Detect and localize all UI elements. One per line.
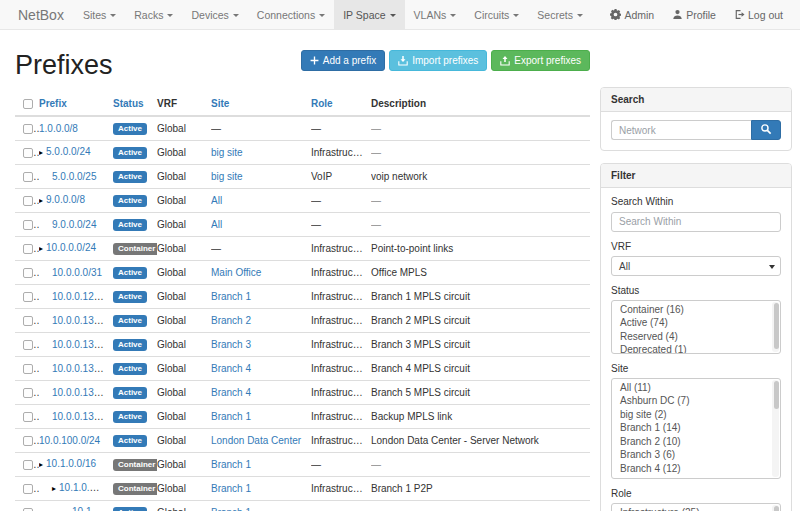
sidebar: Search Filter Search WithinVRFAllStatusC… xyxy=(600,42,792,511)
site-link[interactable]: big site xyxy=(211,147,243,158)
site-link[interactable]: Branch 2 xyxy=(211,315,251,326)
listbox-option[interactable]: Branch 2 (10) xyxy=(612,435,780,449)
status-badge: Active xyxy=(113,315,147,327)
row-checkbox[interactable] xyxy=(23,316,33,326)
prefix-link[interactable]: 9.0.0.0/8 xyxy=(46,194,85,205)
prefix-link[interactable]: 10.0.0.138/31 xyxy=(52,411,113,422)
prefix-link[interactable]: 10.1.0.0/16 xyxy=(46,458,96,469)
filter-input-search-within[interactable] xyxy=(611,212,781,232)
row-checkbox[interactable] xyxy=(23,244,33,254)
nav-item-sites[interactable]: Sites xyxy=(74,0,125,29)
prefix-link[interactable]: 5.0.0.0/24 xyxy=(46,146,90,157)
row-checkbox[interactable] xyxy=(23,172,33,182)
nav-item-racks[interactable]: Racks xyxy=(125,0,182,29)
tree-indent xyxy=(39,371,52,372)
prefix-link[interactable]: 1.0.0.0/8 xyxy=(39,123,78,134)
row-checkbox[interactable] xyxy=(23,460,33,470)
brand-netbox[interactable]: NetBox xyxy=(8,0,74,29)
scrollbar-thumb[interactable] xyxy=(774,506,779,511)
nav-item-label: Circuits xyxy=(474,9,509,21)
role-cell: Infrastructure xyxy=(311,309,371,333)
sort-link-role[interactable]: Role xyxy=(311,98,333,109)
site-link[interactable]: big site xyxy=(211,171,243,182)
listbox-option[interactable]: Branch 1 (14) xyxy=(612,421,780,435)
prefix-link[interactable]: 10.0.0.0/31 xyxy=(52,267,102,278)
row-checkbox[interactable] xyxy=(23,484,33,494)
search-input[interactable] xyxy=(611,120,751,140)
sort-link-prefix[interactable]: Prefix xyxy=(39,98,67,109)
scrollbar-thumb[interactable] xyxy=(774,303,779,349)
nav-item-ip-space[interactable]: IP Space xyxy=(334,0,404,29)
table-row: 10.0.0.136/31ActiveGlobalBranch 4Infrast… xyxy=(15,381,590,405)
listbox-option[interactable]: Ashburn DC (7) xyxy=(612,394,780,408)
row-checkbox[interactable] xyxy=(23,388,33,398)
table-row: 10.0.0.134/31ActiveGlobalBranch 4Infrast… xyxy=(15,357,590,381)
row-checkbox[interactable] xyxy=(23,436,33,446)
prefix-link[interactable]: 10.0.0.136/31 xyxy=(52,387,113,398)
filter-select-vrf[interactable]: All xyxy=(611,256,781,276)
row-checkbox[interactable] xyxy=(23,268,33,278)
nav-item-vlans[interactable]: VLANs xyxy=(405,0,466,29)
prefix-link[interactable]: 10.0.0.0/24 xyxy=(46,242,96,253)
site-link[interactable]: All xyxy=(211,219,222,230)
site-link[interactable]: Branch 1 xyxy=(211,459,251,470)
site-link[interactable]: Branch 1 xyxy=(211,507,251,511)
row-checkbox[interactable] xyxy=(23,196,33,206)
search-button[interactable] xyxy=(751,120,781,140)
row-checkbox[interactable] xyxy=(23,292,33,302)
add-prefix-button[interactable]: Add a prefix xyxy=(301,50,385,71)
prefix-link[interactable]: 10.0.0.128/31 xyxy=(52,291,113,302)
scrollbar-thumb[interactable] xyxy=(774,381,779,409)
listbox-option[interactable]: Branch 5 (7) xyxy=(612,476,780,479)
status-cell: Active xyxy=(113,429,157,453)
row-checkbox-cell xyxy=(15,477,39,501)
site-link[interactable]: Main Office xyxy=(211,267,261,278)
nav-item-circuits[interactable]: Circuits xyxy=(465,0,528,29)
row-checkbox[interactable] xyxy=(23,124,33,134)
listbox-option[interactable]: Infrastructure (25) xyxy=(612,506,780,511)
prefix-link[interactable]: 10.1.0.0/25 xyxy=(72,506,113,511)
nav-item-log-out[interactable]: Log out xyxy=(725,0,792,29)
nav-item-secrets[interactable]: Secrets xyxy=(528,0,592,29)
site-link[interactable]: Branch 4 xyxy=(211,387,251,398)
listbox-option[interactable]: Container (16) xyxy=(612,303,780,317)
export-prefixes-button[interactable]: Export prefixes xyxy=(491,50,590,71)
prefix-link[interactable]: 5.0.0.0/25 xyxy=(52,171,96,182)
prefix-link[interactable]: 10.1.0.0/24 xyxy=(59,482,109,493)
nav-item-admin[interactable]: Admin xyxy=(601,0,663,29)
site-link[interactable]: All xyxy=(211,195,222,206)
role-cell: Infrastructure xyxy=(311,141,371,165)
row-checkbox[interactable] xyxy=(23,412,33,422)
site-link[interactable]: Branch 1 xyxy=(211,483,251,494)
row-checkbox[interactable] xyxy=(23,340,33,350)
listbox-option[interactable]: big site (2) xyxy=(612,408,780,422)
site-link[interactable]: Branch 4 xyxy=(211,363,251,374)
select-all-checkbox[interactable] xyxy=(23,99,33,109)
nav-item-profile[interactable]: Profile xyxy=(663,0,725,29)
prefix-link[interactable]: 10.0.0.134/31 xyxy=(52,363,113,374)
listbox-option[interactable]: Deprecated (1) xyxy=(612,343,780,353)
nav-item-connections[interactable]: Connections xyxy=(248,0,334,29)
prefix-link[interactable]: 10.0.0.132/31 xyxy=(52,339,113,350)
site-link[interactable]: London Data Center xyxy=(211,435,301,446)
prefix-link[interactable]: 9.0.0.0/24 xyxy=(52,219,96,230)
row-checkbox[interactable] xyxy=(23,148,33,158)
site-link[interactable]: Branch 3 xyxy=(211,339,251,350)
row-checkbox[interactable] xyxy=(23,220,33,230)
listbox-option[interactable]: Branch 3 (6) xyxy=(612,448,780,462)
listbox-option[interactable]: Branch 4 (12) xyxy=(612,462,780,476)
prefix-link[interactable]: 10.0.0.130/31 xyxy=(52,315,113,326)
prefix-link[interactable]: 10.0.100.0/24 xyxy=(39,435,100,446)
site-link[interactable]: Branch 1 xyxy=(211,411,251,422)
tree-expand-icon: ▸ xyxy=(39,148,43,157)
listbox-option[interactable]: Active (74) xyxy=(612,316,780,330)
row-checkbox[interactable] xyxy=(23,364,33,374)
listbox-option[interactable]: Reserved (4) xyxy=(612,330,780,344)
tree-indent xyxy=(39,323,52,324)
sort-link-status[interactable]: Status xyxy=(113,98,144,109)
site-link[interactable]: Branch 1 xyxy=(211,291,251,302)
nav-item-devices[interactable]: Devices xyxy=(182,0,247,29)
sort-link-site[interactable]: Site xyxy=(211,98,229,109)
listbox-option[interactable]: All (11) xyxy=(612,381,780,395)
import-prefixes-button[interactable]: Import prefixes xyxy=(389,50,487,71)
